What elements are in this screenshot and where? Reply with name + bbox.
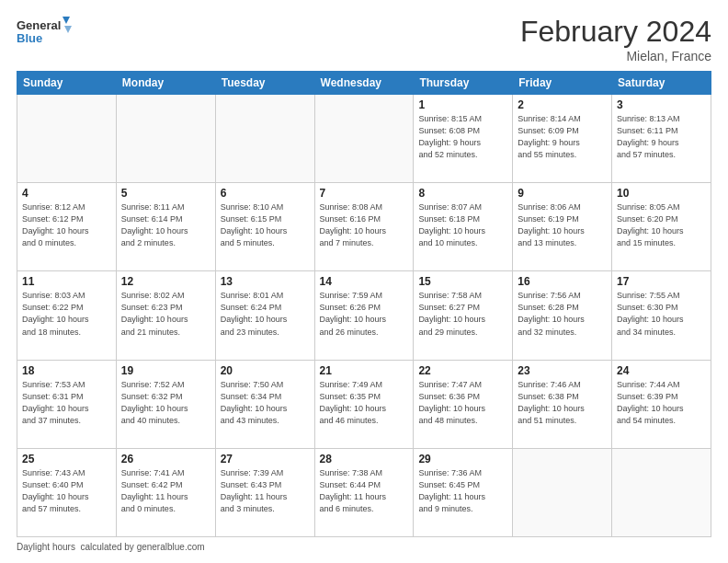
header: General Blue February 2024 Mielan, Franc… <box>17 15 711 63</box>
header-cell-thursday: Thursday <box>414 72 513 95</box>
day-cell <box>612 448 711 536</box>
day-cell: 22Sunrise: 7:47 AM Sunset: 6:36 PM Dayli… <box>414 360 513 448</box>
day-cell: 27Sunrise: 7:39 AM Sunset: 6:43 PM Dayli… <box>215 448 314 536</box>
day-info: Sunrise: 7:36 AM Sunset: 6:45 PM Dayligh… <box>418 467 507 515</box>
day-cell: 24Sunrise: 7:44 AM Sunset: 6:39 PM Dayli… <box>612 360 711 448</box>
day-number: 12 <box>121 275 210 288</box>
day-cell <box>314 95 414 183</box>
day-cell: 12Sunrise: 8:02 AM Sunset: 6:23 PM Dayli… <box>116 271 215 360</box>
day-info: Sunrise: 7:43 AM Sunset: 6:40 PM Dayligh… <box>22 467 111 515</box>
week-row-2: 11Sunrise: 8:03 AM Sunset: 6:22 PM Dayli… <box>17 271 711 360</box>
day-number: 22 <box>418 364 507 377</box>
day-number: 25 <box>22 453 111 465</box>
svg-marker-2 <box>63 17 70 24</box>
page: General Blue February 2024 Mielan, Franc… <box>0 0 728 563</box>
day-cell: 18Sunrise: 7:53 AM Sunset: 6:31 PM Dayli… <box>17 360 117 448</box>
day-cell: 6Sunrise: 8:10 AM Sunset: 6:15 PM Daylig… <box>215 183 314 271</box>
day-info: Sunrise: 8:14 AM Sunset: 6:09 PM Dayligh… <box>518 113 607 161</box>
day-number: 24 <box>617 364 706 377</box>
day-number: 2 <box>518 98 607 111</box>
day-cell: 14Sunrise: 7:59 AM Sunset: 6:26 PM Dayli… <box>314 271 414 360</box>
day-info: Sunrise: 8:01 AM Sunset: 6:24 PM Dayligh… <box>221 290 310 338</box>
week-row-0: 1Sunrise: 8:15 AM Sunset: 6:08 PM Daylig… <box>17 95 711 183</box>
day-number: 1 <box>418 98 507 111</box>
day-number: 9 <box>518 187 607 200</box>
day-cell: 26Sunrise: 7:41 AM Sunset: 6:42 PM Dayli… <box>116 448 215 536</box>
logo: General Blue <box>17 15 72 50</box>
header-cell-tuesday: Tuesday <box>215 72 314 95</box>
header-cell-wednesday: Wednesday <box>314 72 414 95</box>
day-info: Sunrise: 7:50 AM Sunset: 6:34 PM Dayligh… <box>221 379 310 427</box>
day-cell: 21Sunrise: 7:49 AM Sunset: 6:35 PM Dayli… <box>314 360 414 448</box>
day-number: 10 <box>617 187 706 200</box>
day-info: Sunrise: 8:10 AM Sunset: 6:15 PM Dayligh… <box>221 201 310 249</box>
day-info: Sunrise: 7:41 AM Sunset: 6:42 PM Dayligh… <box>121 467 210 515</box>
header-cell-saturday: Saturday <box>612 72 711 95</box>
day-number: 7 <box>320 187 409 200</box>
day-cell: 5Sunrise: 8:11 AM Sunset: 6:14 PM Daylig… <box>116 183 215 271</box>
day-cell <box>513 448 612 536</box>
day-number: 21 <box>320 364 409 377</box>
day-info: Sunrise: 7:55 AM Sunset: 6:30 PM Dayligh… <box>617 290 706 338</box>
day-info: Sunrise: 8:08 AM Sunset: 6:16 PM Dayligh… <box>320 201 409 249</box>
day-info: Sunrise: 8:03 AM Sunset: 6:22 PM Dayligh… <box>22 290 111 338</box>
day-cell: 17Sunrise: 7:55 AM Sunset: 6:30 PM Dayli… <box>612 271 711 360</box>
daylight-label: Daylight hours <box>17 542 75 552</box>
svg-marker-3 <box>64 26 72 33</box>
day-number: 26 <box>121 453 210 465</box>
day-cell: 19Sunrise: 7:52 AM Sunset: 6:32 PM Dayli… <box>116 360 215 448</box>
day-number: 14 <box>320 275 409 288</box>
day-cell: 20Sunrise: 7:50 AM Sunset: 6:34 PM Dayli… <box>215 360 314 448</box>
day-number: 15 <box>418 275 507 288</box>
day-cell: 2Sunrise: 8:14 AM Sunset: 6:09 PM Daylig… <box>513 95 612 183</box>
day-info: Sunrise: 7:39 AM Sunset: 6:43 PM Dayligh… <box>221 467 310 515</box>
footer-note: Daylight hours calculated by generalblue… <box>17 542 711 552</box>
header-cell-monday: Monday <box>116 72 215 95</box>
day-number: 23 <box>518 364 607 377</box>
week-row-1: 4Sunrise: 8:12 AM Sunset: 6:12 PM Daylig… <box>17 183 711 271</box>
day-number: 4 <box>22 187 111 200</box>
day-cell: 13Sunrise: 8:01 AM Sunset: 6:24 PM Dayli… <box>215 271 314 360</box>
week-row-3: 18Sunrise: 7:53 AM Sunset: 6:31 PM Dayli… <box>17 360 711 448</box>
day-info: Sunrise: 7:49 AM Sunset: 6:35 PM Dayligh… <box>320 379 409 427</box>
day-cell: 8Sunrise: 8:07 AM Sunset: 6:18 PM Daylig… <box>414 183 513 271</box>
day-info: Sunrise: 7:56 AM Sunset: 6:28 PM Dayligh… <box>518 290 607 338</box>
day-number: 16 <box>518 275 607 288</box>
svg-text:General: General <box>17 18 61 32</box>
day-info: Sunrise: 7:38 AM Sunset: 6:44 PM Dayligh… <box>320 467 409 515</box>
day-number: 5 <box>121 187 210 200</box>
day-info: Sunrise: 8:11 AM Sunset: 6:14 PM Dayligh… <box>121 201 210 249</box>
day-number: 13 <box>221 275 310 288</box>
day-number: 18 <box>22 364 111 377</box>
day-number: 8 <box>418 187 507 200</box>
day-cell: 16Sunrise: 7:56 AM Sunset: 6:28 PM Dayli… <box>513 271 612 360</box>
title-block: February 2024 Mielan, France <box>520 15 711 63</box>
day-cell: 28Sunrise: 7:38 AM Sunset: 6:44 PM Dayli… <box>314 448 414 536</box>
day-info: Sunrise: 7:58 AM Sunset: 6:27 PM Dayligh… <box>418 290 507 338</box>
header-cell-sunday: Sunday <box>17 72 117 95</box>
day-info: Sunrise: 8:15 AM Sunset: 6:08 PM Dayligh… <box>418 113 507 161</box>
day-info: Sunrise: 7:52 AM Sunset: 6:32 PM Dayligh… <box>121 379 210 427</box>
day-number: 19 <box>121 364 210 377</box>
day-cell: 29Sunrise: 7:36 AM Sunset: 6:45 PM Dayli… <box>414 448 513 536</box>
day-cell: 10Sunrise: 8:05 AM Sunset: 6:20 PM Dayli… <box>612 183 711 271</box>
logo-svg: General Blue <box>17 15 72 50</box>
header-cell-friday: Friday <box>513 72 612 95</box>
day-info: Sunrise: 8:02 AM Sunset: 6:23 PM Dayligh… <box>121 290 210 338</box>
day-cell <box>116 95 215 183</box>
day-info: Sunrise: 8:13 AM Sunset: 6:11 PM Dayligh… <box>617 113 706 161</box>
day-cell: 11Sunrise: 8:03 AM Sunset: 6:22 PM Dayli… <box>17 271 117 360</box>
day-cell: 3Sunrise: 8:13 AM Sunset: 6:11 PM Daylig… <box>612 95 711 183</box>
day-cell: 4Sunrise: 8:12 AM Sunset: 6:12 PM Daylig… <box>17 183 117 271</box>
day-info: Sunrise: 7:53 AM Sunset: 6:31 PM Dayligh… <box>22 379 111 427</box>
day-number: 11 <box>22 275 111 288</box>
day-info: Sunrise: 8:12 AM Sunset: 6:12 PM Dayligh… <box>22 201 111 249</box>
day-info: Sunrise: 8:07 AM Sunset: 6:18 PM Dayligh… <box>418 201 507 249</box>
day-cell: 9Sunrise: 8:06 AM Sunset: 6:19 PM Daylig… <box>513 183 612 271</box>
day-number: 20 <box>221 364 310 377</box>
day-info: Sunrise: 7:59 AM Sunset: 6:26 PM Dayligh… <box>320 290 409 338</box>
location: Mielan, France <box>520 49 711 63</box>
day-number: 28 <box>320 453 409 465</box>
day-info: Sunrise: 8:06 AM Sunset: 6:19 PM Dayligh… <box>518 201 607 249</box>
day-cell: 1Sunrise: 8:15 AM Sunset: 6:08 PM Daylig… <box>414 95 513 183</box>
